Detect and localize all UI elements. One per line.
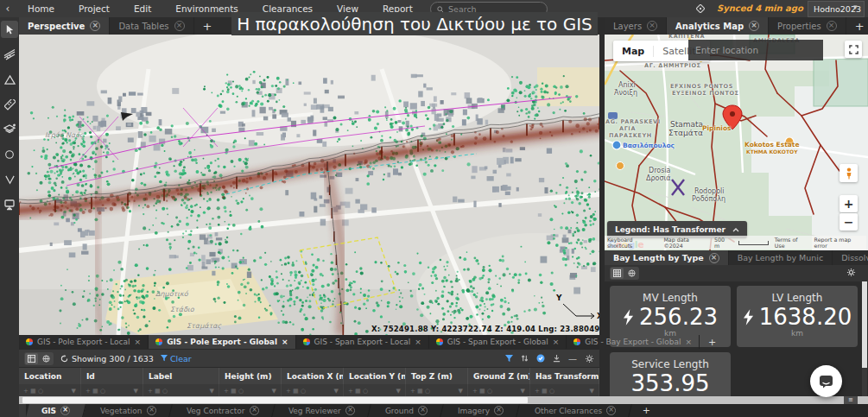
- add-workspace-tab-button[interactable]: +: [630, 405, 662, 416]
- close-icon[interactable]: ×: [827, 21, 837, 31]
- close-icon[interactable]: ×: [686, 338, 693, 346]
- tab-properties[interactable]: Properties ×: [769, 17, 846, 35]
- close-icon[interactable]: ×: [147, 406, 156, 415]
- close-icon[interactable]: ×: [418, 406, 428, 415]
- map-button[interactable]: Map: [613, 46, 653, 57]
- workspace-tab-veg-reviewer[interactable]: Veg Reviewer×: [273, 404, 371, 417]
- terms-link[interactable]: Terms of Use: [775, 237, 808, 249]
- column-filter[interactable]: + ▦ ○▼: [406, 384, 468, 397]
- grip-icon[interactable]: ≡: [844, 396, 858, 404]
- scrollbar-thumb[interactable]: [22, 397, 528, 403]
- sync-circle-icon[interactable]: [536, 354, 545, 363]
- refresh-icon[interactable]: [60, 355, 68, 363]
- display-tool-button[interactable]: [1, 196, 18, 213]
- chart-view-button[interactable]: [625, 268, 638, 279]
- close-icon[interactable]: ×: [282, 338, 288, 346]
- analytics-scrollbar[interactable]: [862, 281, 867, 396]
- globe-view-button[interactable]: [40, 353, 53, 364]
- span-tool-button[interactable]: [1, 46, 18, 63]
- menu-project[interactable]: Project: [67, 0, 122, 17]
- close-icon[interactable]: ×: [709, 253, 719, 263]
- tab-gis-span-export-global[interactable]: GIS - Span Export - Global ×: [429, 335, 567, 349]
- close-icon[interactable]: ×: [553, 338, 560, 346]
- column-filter[interactable]: + ▦ ○▼: [344, 384, 406, 397]
- column-header-id[interactable]: Id: [81, 368, 143, 384]
- kpi-card-service-length[interactable]: Service Length 353.95 km: [610, 352, 731, 396]
- close-icon[interactable]: ×: [606, 406, 616, 415]
- column-header-height[interactable]: Height (m): [219, 368, 282, 384]
- analytics-map[interactable]: ΚΑΠΙΤΕΝΑ ΚΑΠΙΤΕΝΙΑ AMIGDALEZA AG. DIMITR…: [605, 35, 868, 250]
- column-filter[interactable]: + ▦ ○▼: [282, 384, 344, 397]
- sort-icon[interactable]: [521, 354, 529, 363]
- polyline-tool-button[interactable]: [1, 171, 18, 188]
- add-panel-tab-button[interactable]: +: [846, 17, 868, 35]
- filter-icon[interactable]: [505, 355, 513, 363]
- column-filter[interactable]: + ▦ ○▼: [219, 384, 282, 397]
- workspace-tab-veg-contractor[interactable]: Veg Contractor×: [171, 404, 275, 417]
- fullscreen-button[interactable]: [845, 41, 862, 58]
- tab-layers[interactable]: Layers ×: [605, 17, 667, 35]
- column-header-ground-z[interactable]: Ground Z (m): [468, 368, 530, 384]
- menu-home[interactable]: Home: [16, 0, 67, 17]
- tab-gis-pole-export-local[interactable]: GIS - Pole Export - Local ×: [19, 335, 149, 349]
- point-cloud-scene[interactable]: Y X Ιερός Ναός Δημοτικό Στάδιο Σταμάτας …: [19, 35, 599, 335]
- column-header-label[interactable]: Label: [143, 368, 219, 384]
- add-viewport-tab-button[interactable]: +: [194, 17, 221, 35]
- close-icon[interactable]: ×: [174, 21, 185, 31]
- workspace-tab-vegetation[interactable]: Vegetation×: [85, 404, 172, 417]
- close-icon[interactable]: ×: [749, 21, 759, 31]
- pegman-button[interactable]: [839, 164, 858, 182]
- close-icon[interactable]: ×: [495, 406, 504, 415]
- gear-icon[interactable]: [585, 354, 594, 363]
- grid-view-button[interactable]: [611, 268, 624, 279]
- workspace-tab-imagery[interactable]: Imagery×: [442, 404, 520, 417]
- workspace-tab-other-clearances[interactable]: Other Clearances×: [519, 404, 632, 417]
- tab-gis-bay-export-global[interactable]: GIS - Bay Export - Global ×: [567, 335, 700, 349]
- collapse-icon[interactable]: —: [568, 354, 577, 363]
- chat-support-button[interactable]: [810, 365, 842, 397]
- column-header-location-x[interactable]: Location X (m): [282, 368, 344, 384]
- close-icon[interactable]: ×: [345, 406, 355, 415]
- workspace-tab-gis[interactable]: GIS×: [26, 404, 86, 417]
- measure-tool-button[interactable]: [1, 96, 18, 113]
- zoom-in-button[interactable]: +: [839, 195, 858, 212]
- keyboard-shortcuts-link[interactable]: Keyboard shortcuts: [607, 237, 657, 249]
- menu-edit[interactable]: Edit: [122, 0, 163, 17]
- tab-dissolved-centerline[interactable]: Dissolved Centerline Length and se: [833, 250, 868, 265]
- close-icon[interactable]: ×: [60, 406, 70, 415]
- column-header-location[interactable]: Location: [19, 368, 81, 384]
- chevron-down-icon[interactable]: ▾: [853, 3, 858, 11]
- report-error-link[interactable]: Report a map error: [814, 237, 864, 249]
- column-header-top-z[interactable]: Top Z (m): [406, 368, 468, 384]
- zoom-out-button[interactable]: −: [839, 213, 858, 231]
- terrain-tool-button[interactable]: [1, 71, 18, 88]
- add-table-tab-button[interactable]: +: [700, 335, 725, 349]
- horizontal-scrollbar[interactable]: ≡: [19, 396, 868, 404]
- column-filter[interactable]: + ▦ ○▼: [19, 384, 81, 397]
- column-header-location-y[interactable]: Location Y (m): [344, 368, 406, 384]
- close-icon[interactable]: ×: [647, 21, 657, 31]
- tab-bay-length-by-munic[interactable]: Bay Length by Munic: [729, 250, 833, 265]
- close-icon[interactable]: ×: [249, 406, 258, 415]
- circle-tool-button[interactable]: [1, 146, 18, 163]
- tab-bay-length-by-type[interactable]: Bay Length by Type ×: [605, 250, 729, 265]
- tab-perspective[interactable]: Perspective ×: [19, 17, 110, 35]
- layers-tool-button[interactable]: [1, 121, 18, 138]
- tab-analytics-map[interactable]: Analytics Map ×: [667, 17, 769, 35]
- table-view-button[interactable]: [25, 353, 38, 364]
- close-icon[interactable]: ×: [90, 21, 100, 31]
- clear-filter-button[interactable]: Clear: [161, 354, 192, 363]
- close-icon[interactable]: ×: [415, 338, 421, 346]
- enter-location-input[interactable]: Enter location: [688, 40, 823, 60]
- analytics-settings-button[interactable]: [846, 268, 856, 280]
- close-icon[interactable]: ×: [135, 338, 142, 346]
- kpi-card-lv-length[interactable]: LV Length 1638.20 km: [737, 286, 858, 347]
- select-tool-button[interactable]: [1, 21, 18, 38]
- tab-data-tables[interactable]: Data Tables ×: [110, 17, 193, 35]
- column-filter[interactable]: + ▦ ○▼: [81, 384, 143, 397]
- column-filter[interactable]: + ▦ ○▼: [530, 384, 599, 397]
- workspace-tab-ground[interactable]: Ground×: [370, 404, 444, 417]
- tab-gis-pole-export-global[interactable]: GIS - Pole Export - Global ×: [149, 335, 295, 349]
- sync-diamond-icon[interactable]: [696, 4, 705, 13]
- column-filter[interactable]: + ▦ ○▼: [143, 384, 219, 397]
